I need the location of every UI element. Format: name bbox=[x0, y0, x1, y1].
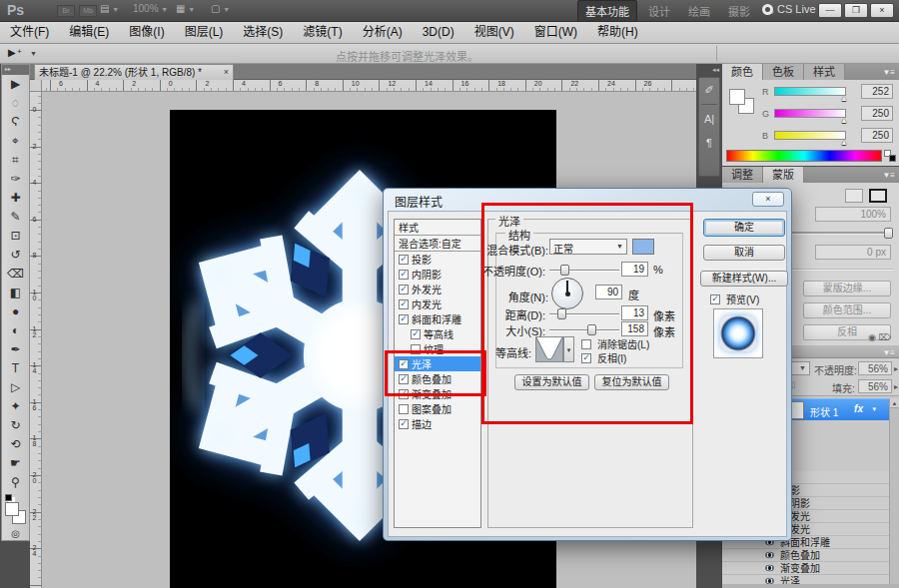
style-item[interactable]: 混合选项:自定 bbox=[395, 236, 480, 252]
style-item[interactable]: 图案叠加 bbox=[395, 401, 480, 416]
layer-effect-row[interactable]: 渐变叠加 bbox=[722, 562, 889, 575]
zoom-level-control[interactable]: 100% ▼ bbox=[133, 3, 168, 14]
channel-slider[interactable]: ▲ bbox=[774, 131, 846, 140]
mask-action-button[interactable]: 颜色范围... bbox=[803, 302, 891, 318]
move-tool-icon[interactable]: ▶ bbox=[8, 47, 16, 58]
tool-orbit-3d[interactable]: ⟲ bbox=[2, 435, 29, 454]
style-item[interactable]: 描边 bbox=[395, 416, 480, 431]
style-checkbox[interactable] bbox=[399, 270, 409, 280]
dialog-close-button[interactable]: × bbox=[752, 192, 784, 207]
menu-item[interactable]: 分析(A) bbox=[353, 22, 413, 43]
panel-tab-adjustments[interactable]: 调整 bbox=[722, 167, 763, 183]
tool-marquee[interactable]: ◌ bbox=[2, 94, 29, 113]
vector-mask-icon[interactable] bbox=[869, 189, 887, 203]
tool-quick-selection[interactable]: ⌖ bbox=[2, 132, 29, 151]
tool-gradient[interactable]: ◧ bbox=[2, 284, 29, 302]
bridge-launch-icon[interactable]: ▤ ▼ bbox=[100, 3, 119, 14]
style-item[interactable]: 内阴影 bbox=[395, 267, 480, 282]
window-button-minimize[interactable]: — bbox=[818, 3, 842, 18]
tool-shape[interactable]: ✦ bbox=[2, 397, 29, 416]
opacity-field[interactable]: 56% bbox=[858, 361, 892, 375]
default-colors-icon[interactable] bbox=[5, 494, 12, 501]
tool-pen[interactable]: ✒ bbox=[2, 340, 29, 359]
window-button-restore[interactable]: ❐ bbox=[844, 3, 868, 18]
bridge-icon[interactable]: Br bbox=[57, 5, 75, 17]
menu-item[interactable]: 滤镜(T) bbox=[293, 22, 352, 43]
style-item[interactable]: 斜面和浮雕 bbox=[395, 311, 480, 326]
style-item[interactable]: 投影 bbox=[395, 252, 480, 267]
style-checkbox[interactable] bbox=[411, 329, 421, 339]
scroll-up-icon[interactable]: ▲ bbox=[890, 398, 899, 408]
layer-name[interactable]: 形状 1 bbox=[810, 404, 838, 419]
tool-zoom[interactable]: ⚲ bbox=[2, 473, 29, 492]
menu-item[interactable]: 编辑(E) bbox=[59, 22, 119, 43]
mask-action-button[interactable]: 蒙版边缘... bbox=[803, 281, 891, 296]
mask-density-field[interactable]: 100% bbox=[815, 207, 891, 222]
masks-panel-menu-icon[interactable]: ▼≡ bbox=[882, 171, 895, 180]
fx-badge[interactable]: fx bbox=[854, 403, 863, 414]
slider-knob[interactable] bbox=[884, 228, 893, 239]
tool-dodge[interactable]: ◐ bbox=[2, 321, 29, 340]
menu-item[interactable]: 3D(D) bbox=[413, 22, 464, 43]
menu-item[interactable]: 图像(I) bbox=[119, 22, 174, 43]
workspace-button-design[interactable]: 设计 bbox=[641, 1, 677, 21]
cs-live-menu[interactable]: CS Live▼ bbox=[762, 3, 826, 15]
spectrum-bw-swatches[interactable] bbox=[884, 150, 896, 162]
tab-close-icon[interactable]: × bbox=[224, 65, 229, 80]
slider-thumb-icon[interactable]: ▲ bbox=[840, 138, 848, 147]
style-item[interactable]: 内发光 bbox=[395, 296, 480, 311]
character-panel-icon[interactable]: A| bbox=[699, 107, 719, 131]
layers-scrollbar[interactable]: ▲ bbox=[889, 398, 899, 588]
color-panel-menu-icon[interactable]: ▼≡ bbox=[882, 68, 895, 77]
workspace-button-basic[interactable]: 基本功能 bbox=[577, 0, 637, 22]
pixel-mask-icon[interactable] bbox=[845, 189, 863, 203]
tool-blur[interactable]: ● bbox=[2, 302, 29, 321]
menu-item[interactable]: 视图(V) bbox=[464, 22, 524, 43]
workspace-button-painting[interactable]: 绘画 bbox=[681, 1, 717, 21]
document-tab[interactable]: × 未标题-1 @ 22.2% (形状 1, RGB/8) * bbox=[34, 64, 234, 80]
channel-value-field[interactable]: 252 bbox=[861, 84, 893, 99]
tool-crop[interactable]: ⌗ bbox=[2, 151, 29, 170]
channel-slider[interactable]: ▲ bbox=[774, 109, 846, 118]
panel-tab-color[interactable]: 颜色 bbox=[722, 64, 763, 80]
paragraph-panel-icon[interactable]: ¶ bbox=[699, 131, 719, 155]
screen-mode-icon[interactable]: ▢ ▼ bbox=[211, 3, 230, 14]
ok-button[interactable]: 确定 bbox=[703, 219, 785, 237]
style-checkbox[interactable] bbox=[399, 419, 409, 429]
channel-slider[interactable]: ▲ bbox=[774, 87, 846, 96]
style-checkbox[interactable] bbox=[399, 285, 409, 294]
tool-type[interactable]: T bbox=[2, 359, 29, 378]
menu-item[interactable]: 图层(L) bbox=[175, 22, 234, 43]
eye-icon[interactable] bbox=[765, 552, 774, 558]
eye-icon[interactable] bbox=[765, 565, 774, 571]
tool-move[interactable]: ▶ bbox=[2, 75, 29, 94]
channel-value-field[interactable]: 250 bbox=[861, 106, 893, 121]
style-item[interactable]: 样式 bbox=[395, 220, 480, 236]
layers-panel-menu-icon[interactable]: ▼≡ bbox=[882, 348, 895, 357]
menu-item[interactable]: 帮助(H) bbox=[587, 22, 648, 43]
color-spectrum-ramp[interactable] bbox=[726, 150, 882, 162]
menu-item[interactable]: 选择(S) bbox=[233, 22, 293, 43]
tool-rotate-3d[interactable]: ↻ bbox=[2, 416, 29, 435]
panel-tab-masks[interactable]: 蒙版 bbox=[763, 167, 804, 183]
workspace-button-photography[interactable]: 摄影 bbox=[721, 1, 757, 21]
channel-value-field[interactable]: 250 bbox=[861, 128, 893, 143]
menu-item[interactable]: 文件(F) bbox=[0, 22, 59, 43]
tool-lasso[interactable]: Ϛ bbox=[2, 113, 29, 132]
tool-eyedropper[interactable]: ✑ bbox=[2, 170, 29, 189]
dock-collapse-icon[interactable]: ◂◂ bbox=[696, 64, 722, 76]
tools-panel-header[interactable]: ▸▸ bbox=[2, 65, 29, 75]
style-item[interactable]: 等高线 bbox=[395, 326, 480, 341]
tool-history-brush[interactable]: ↺ bbox=[2, 246, 29, 265]
masks-footer-icons[interactable]: ◉ ⌦ bbox=[868, 332, 891, 342]
tool-clone-stamp[interactable]: ⊡ bbox=[2, 227, 29, 246]
preview-checkbox[interactable] bbox=[710, 294, 720, 304]
quick-mask-button[interactable]: ◎ bbox=[2, 528, 29, 544]
fill-spinner-icon[interactable]: ▸ bbox=[894, 382, 898, 391]
window-button-close[interactable]: × bbox=[870, 3, 894, 18]
panel-foreground-swatch[interactable] bbox=[729, 89, 745, 105]
fill-field[interactable]: 56% bbox=[858, 379, 892, 393]
menu-item[interactable]: 窗口(W) bbox=[524, 22, 587, 43]
mini-bridge-icon[interactable]: Mb bbox=[79, 5, 97, 17]
preview-checkbox-row[interactable]: 预览(V) bbox=[710, 292, 759, 306]
